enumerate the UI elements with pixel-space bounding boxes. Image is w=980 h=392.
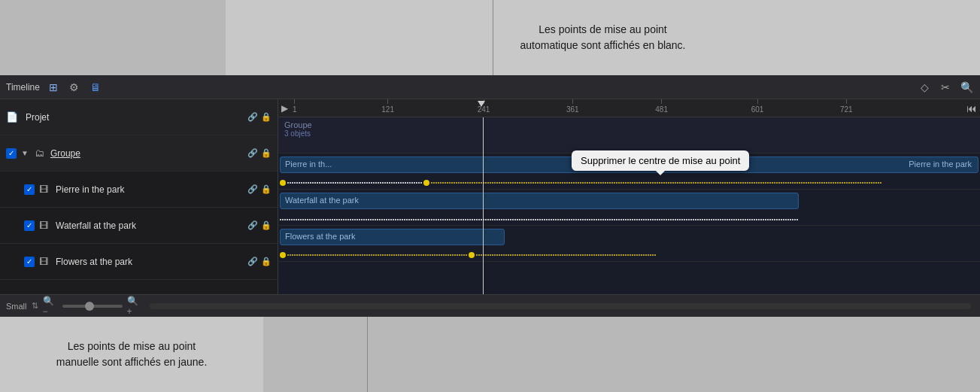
flowers-film-icon: 🎞	[39, 257, 48, 267]
group-label: Groupe	[50, 148, 243, 159]
diamond-icon[interactable]: ◇	[917, 80, 932, 95]
annotation-top: Les points de mise au point automatique …	[226, 0, 980, 75]
ruler-tick-1: 1	[293, 99, 297, 114]
pierre-label: Pierre in the park	[56, 184, 243, 195]
group-icon: 🗂	[35, 147, 44, 159]
waterfall-track-row: Waterfall at the park	[278, 190, 980, 226]
waterfall-actions: 🔗 🔒	[247, 220, 272, 230]
bottom-bar: Small ⇅ 🔍− 🔍+	[0, 294, 980, 317]
pierre-lock-icon[interactable]: 🔒	[261, 184, 272, 194]
zoom-slider-thumb[interactable]	[85, 302, 94, 311]
waterfall-link-icon[interactable]: 🔗	[247, 220, 258, 230]
pierre-actions: 🔗 🔒	[247, 184, 272, 194]
group-track-label: Groupe	[284, 120, 974, 129]
left-panel: 📄 Projet 🔗 🔒 ▼ 🗂 Groupe 🔗 🔒	[0, 99, 278, 294]
empty-tracks	[278, 262, 980, 294]
flowers-lock-icon[interactable]: 🔒	[261, 257, 272, 266]
track-pierre: 🎞 Pierre in the park 🔗 🔒	[0, 172, 278, 208]
page-wrapper: Les points de mise au point automatique …	[0, 0, 980, 392]
ruler-tick-361: 361	[566, 99, 579, 114]
group-track-row: Groupe 3 objets	[278, 117, 980, 153]
left-panel-filler	[0, 280, 278, 294]
waterfall-dots-line	[280, 217, 799, 222]
track-waterfall: 🎞 Waterfall at the park 🔗 🔒	[0, 208, 278, 244]
flowers-clip[interactable]: Flowers at the park	[280, 229, 505, 245]
timeline-header-left: Timeline ⊞ ⚙ 🖥	[6, 80, 103, 95]
flowers-dots-line	[280, 252, 505, 258]
pierre-clip-label-short: Pierre in th...	[285, 160, 332, 169]
timeline-header: Timeline ⊞ ⚙ 🖥 ◇ ✂ 🔍	[0, 75, 980, 99]
playhead-ruler-marker	[478, 99, 485, 107]
waterfall-lock-icon[interactable]: 🔒	[261, 220, 272, 230]
tracks-container: Groupe 3 objets Pierre in th... Pierre i…	[278, 117, 980, 294]
project-actions: 🔗 🔒	[247, 112, 272, 122]
group-actions: 🔗 🔒	[247, 148, 272, 158]
project-label: Projet	[26, 112, 243, 123]
ruler-tick-721: 721	[840, 99, 853, 114]
group-lock-icon[interactable]: 🔒	[261, 148, 272, 158]
flowers-checkbox[interactable]	[24, 257, 35, 267]
ruler-tick-601: 601	[751, 99, 764, 114]
pierre-film-icon: 🎞	[39, 184, 48, 195]
timecode-ruler: ▶ 1 121 241	[278, 99, 980, 117]
grid-icon[interactable]: ⊞	[46, 80, 61, 95]
waterfall-film-icon: 🎞	[39, 220, 48, 231]
scroll-bar[interactable]	[150, 303, 971, 309]
zoom-slider[interactable]	[62, 305, 123, 308]
timeline-header-right: ◇ ✂ 🔍	[917, 80, 974, 95]
pierre-focus-circle-2[interactable]	[423, 180, 429, 186]
pierre-dots-line	[280, 180, 978, 186]
project-file-icon: 📄	[6, 111, 18, 123]
track-group: ▼ 🗂 Groupe 🔗 🔒	[0, 135, 278, 172]
group-link-icon[interactable]: 🔗	[247, 148, 258, 158]
waterfall-checkbox[interactable]	[24, 220, 35, 231]
group-track-content: Groupe 3 objets	[278, 117, 980, 153]
flowers-label: Flowers at the park	[56, 257, 243, 267]
pierre-clip-label-right: Pierre in the park	[909, 160, 972, 169]
flowers-clip-label: Flowers at the park	[285, 232, 356, 241]
search-icon[interactable]: 🔍	[959, 80, 974, 95]
pierre-track-row: Pierre in th... Pierre in the park	[278, 153, 980, 190]
ruler-tick-481: 481	[655, 99, 668, 114]
flowers-link-icon[interactable]: 🔗	[247, 257, 258, 266]
pierre-clip[interactable]: Pierre in th... Pierre in the park	[280, 156, 978, 173]
group-track-count: 3 objets	[284, 129, 974, 138]
flowers-actions: 🔗 🔒	[247, 257, 272, 266]
waterfall-clip-label: Waterfall at the park	[285, 196, 359, 205]
flowers-focus-circle-2[interactable]	[469, 252, 475, 258]
zoom-out-icon[interactable]: 🔍−	[43, 299, 58, 314]
project-lock-icon[interactable]: 🔒	[261, 112, 272, 122]
waterfall-clip[interactable]: Waterfall at the park	[280, 193, 799, 209]
main-container: Timeline ⊞ ⚙ 🖥 ◇ ✂ 🔍 📄 Projet 🔗	[0, 75, 980, 317]
group-expand-arrow[interactable]: ▼	[21, 149, 29, 157]
track-flowers: 🎞 Flowers at the park 🔗 🔒	[0, 244, 278, 280]
ruler-tick-121: 121	[381, 99, 394, 114]
annotation-bottom-text: Les points de mise au point manuelle son…	[56, 339, 208, 370]
timeline-title: Timeline	[6, 82, 40, 93]
settings-icon[interactable]: ⚙	[67, 80, 82, 95]
zoom-label: Small	[6, 302, 27, 311]
group-checkbox[interactable]	[6, 148, 17, 159]
annotation-top-text: Les points de mise au point automatique …	[520, 22, 685, 53]
zoom-arrows-icon[interactable]: ⇅	[32, 301, 38, 311]
content-row: 📄 Projet 🔗 🔒 ▼ 🗂 Groupe 🔗 🔒	[0, 99, 980, 294]
play-icon[interactable]: ▶	[281, 103, 288, 114]
annotation-line-top	[493, 0, 493, 75]
annotation-line-bottom	[367, 317, 368, 392]
waterfall-label: Waterfall at the park	[56, 220, 243, 231]
pierre-checkbox[interactable]	[24, 184, 35, 195]
cut-icon[interactable]: ✂	[938, 80, 953, 95]
flowers-track-row: Flowers at the park	[278, 226, 980, 262]
skip-end-icon[interactable]: ⏮	[966, 102, 977, 115]
monitor-icon[interactable]: 🖥	[88, 80, 103, 95]
right-panel: ▶ 1 121 241	[278, 99, 980, 294]
pierre-focus-circle-1[interactable]	[280, 180, 286, 186]
track-project: 📄 Projet 🔗 🔒	[0, 99, 278, 135]
ruler-marks: 1 121 241 361	[293, 99, 977, 117]
project-link-icon[interactable]: 🔗	[247, 112, 258, 122]
flowers-focus-circle-1[interactable]	[280, 252, 286, 258]
annotation-bottom: Les points de mise au point manuelle son…	[0, 317, 263, 392]
zoom-in-icon[interactable]: 🔍+	[127, 299, 142, 314]
pierre-link-icon[interactable]: 🔗	[247, 184, 258, 194]
